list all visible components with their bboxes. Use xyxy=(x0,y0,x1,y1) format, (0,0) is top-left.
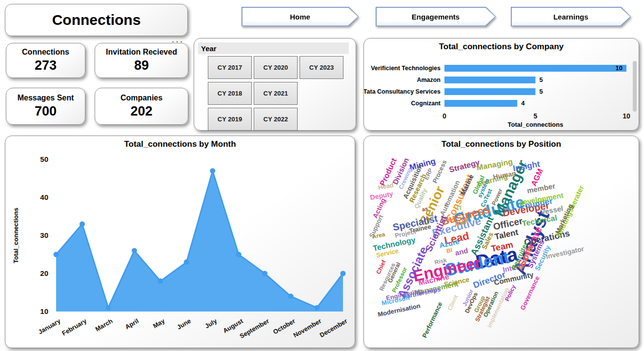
kpi-card-companies: Companies 202 xyxy=(95,88,188,125)
data-point-march[interactable] xyxy=(105,305,111,311)
area-fill[interactable] xyxy=(56,171,343,312)
x-axis-label-november: November xyxy=(292,317,322,339)
company-chart-card: Total_connections by Company Verificient… xyxy=(363,38,639,131)
word-bi[interactable]: BI xyxy=(446,247,453,254)
x-axis-tick: 5 xyxy=(534,112,538,120)
bar-amazon[interactable] xyxy=(444,77,536,83)
x-axis-tick: 10 xyxy=(623,112,630,120)
nav-button-home-face[interactable]: Home xyxy=(242,8,358,26)
bar-value-verificient-technologies: 10 xyxy=(616,64,623,72)
position-chart-card: DataAnalystStudentGraduateEngineerManage… xyxy=(363,136,639,348)
y-axis-tick: 20 xyxy=(40,269,48,277)
nav-button-home-label: Home xyxy=(290,13,310,21)
year-slicer-header: Year xyxy=(198,42,349,54)
word-of[interactable]: of xyxy=(442,217,448,224)
nav-button-home[interactable]: Home xyxy=(242,7,359,26)
word-client[interactable]: Client xyxy=(447,294,459,311)
bar-category-cognizant: Cognizant xyxy=(411,100,441,107)
nav-button-engagements[interactable]: Engagements xyxy=(376,7,496,26)
nav-button-learnings-label: Learnings xyxy=(553,13,588,21)
x-axis-label-september: September xyxy=(238,317,270,340)
x-axis-label-june: June xyxy=(176,317,192,331)
year-button-grid: CY 2017CY 2020CY 2023CY 2018CY 2021CY 20… xyxy=(208,56,343,131)
nav-button-learnings[interactable]: Learnings xyxy=(511,7,631,26)
more-options-icon[interactable]: ··· xyxy=(172,37,184,47)
x-axis-label-may: May xyxy=(152,317,166,330)
kpi-value: 89 xyxy=(134,58,149,73)
month-chart-card: Total_connections by Month 1020304050Tot… xyxy=(5,136,355,348)
word-performance[interactable]: Performance xyxy=(421,301,443,339)
bar-category-amazon: Amazon xyxy=(417,77,441,83)
bar-verificient-technologies[interactable] xyxy=(444,65,626,72)
month-area-chart-svg: 1020304050Total_connectionsJanuaryFebrua… xyxy=(5,152,356,347)
data-point-february[interactable] xyxy=(80,221,85,227)
kpi-card-connections: Connections 273 xyxy=(6,43,85,78)
data-point-august[interactable] xyxy=(236,252,242,257)
y-axis-tick: 30 xyxy=(40,231,48,239)
data-point-december[interactable] xyxy=(341,271,346,276)
bar-value-cognizant: 4 xyxy=(521,99,525,107)
dashboard-title-card: Connections xyxy=(5,4,188,36)
kpi-label: Companies xyxy=(121,94,162,102)
dashboard-title: Connections xyxy=(52,12,141,28)
word-it[interactable]: IT xyxy=(457,205,463,212)
kpi-value: 202 xyxy=(130,104,152,119)
bar-category-tata-consultancy-services: Tata Consultancy Services xyxy=(364,88,441,95)
data-point-may[interactable] xyxy=(158,278,163,284)
bar-value-tata-consultancy-services: 5 xyxy=(540,88,543,95)
company-bar-chart-svg: Verificient Technologies10Amazon5Tata Co… xyxy=(364,53,640,130)
kpi-label: Invitation Recieved xyxy=(106,48,177,57)
data-point-october[interactable] xyxy=(288,293,294,299)
nav-button-learnings-face[interactable]: Learnings xyxy=(512,8,630,26)
company-chart-title: Total_connections by Company xyxy=(364,42,639,52)
data-point-november[interactable] xyxy=(314,305,320,311)
word-managing[interactable]: Managing xyxy=(476,158,513,172)
wordcloud-canvas: DataAnalystStudentGraduateEngineerManage… xyxy=(364,136,639,348)
nav-button-engagements-label: Engagements xyxy=(412,13,460,21)
word-strategy[interactable]: Strategy xyxy=(448,158,481,174)
y-axis-tick: 50 xyxy=(40,155,48,163)
data-point-april[interactable] xyxy=(132,248,137,254)
bar-cognizant[interactable] xyxy=(444,100,517,107)
x-axis-label-january: January xyxy=(37,317,62,335)
year-slicer: Year CY 2017CY 2020CY 2023CY 2018CY 2021… xyxy=(194,38,356,131)
bar-chart-scrollbar[interactable] xyxy=(633,61,637,112)
kpi-value: 273 xyxy=(35,58,57,73)
bar-value-amazon: 5 xyxy=(540,76,543,83)
month-chart-title: Total_connections by Month xyxy=(5,139,355,149)
data-point-june[interactable] xyxy=(184,259,189,265)
kpi-card-invitation-recieved: Invitation Recieved 89 xyxy=(95,43,188,78)
year-button-cy-2017[interactable]: CY 2017 xyxy=(208,56,252,79)
y-axis-tick: 40 xyxy=(40,193,48,201)
x-axis-label-february: February xyxy=(60,317,88,337)
year-button-cy-2019[interactable]: CY 2019 xyxy=(208,108,252,131)
data-point-january[interactable] xyxy=(54,252,59,257)
nav-button-engagements-face[interactable]: Engagements xyxy=(377,8,495,26)
kpi-label: Connections xyxy=(22,48,69,57)
year-button-cy-2020[interactable]: CY 2020 xyxy=(254,56,298,79)
year-button-cy-2021[interactable]: CY 2021 xyxy=(254,82,298,105)
x-axis-label-july: July xyxy=(203,317,219,330)
kpi-label: Messages Sent xyxy=(18,94,74,102)
x-axis-label-december: December xyxy=(319,317,349,339)
y-axis-tick: 10 xyxy=(40,307,48,315)
kpi-card-messages-sent: Messages Sent 700 xyxy=(6,88,85,125)
position-chart-title: Total_connections by Position xyxy=(364,139,639,149)
x-axis-label-april: April xyxy=(124,317,140,331)
y-axis-title: Total_connections xyxy=(12,208,20,263)
word-area[interactable]: Area xyxy=(372,231,386,239)
bar-tata-consultancy-services[interactable] xyxy=(444,88,536,95)
kpi-value: 700 xyxy=(35,104,57,119)
year-button-cy-2018[interactable]: CY 2018 xyxy=(208,82,252,105)
year-button-cy-2023[interactable]: CY 2023 xyxy=(300,56,343,79)
x-axis-tick: 0 xyxy=(443,112,446,120)
x-axis-title: Total_connections xyxy=(508,121,564,128)
data-point-july[interactable] xyxy=(210,168,215,174)
x-axis-label-march: March xyxy=(94,317,114,333)
bar-category-verificient-technologies: Verificient Technologies xyxy=(371,65,441,72)
year-button-cy-2022[interactable]: CY 2022 xyxy=(254,108,298,131)
data-point-september[interactable] xyxy=(262,271,267,276)
